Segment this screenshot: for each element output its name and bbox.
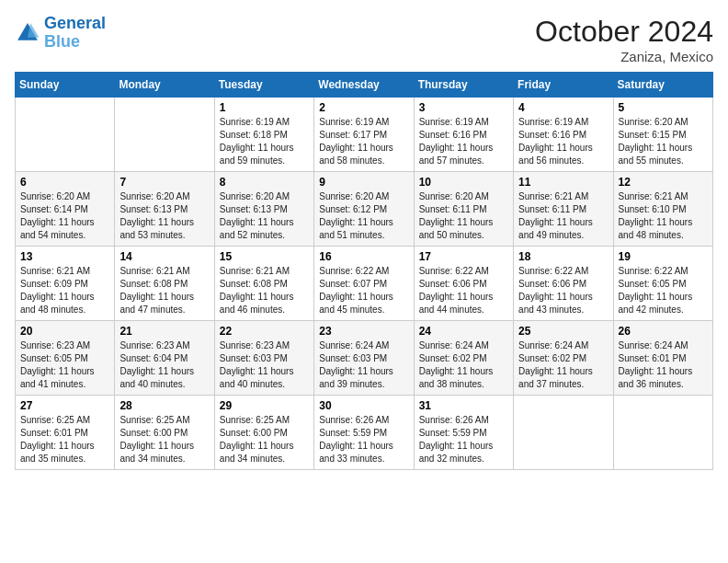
calendar-cell: 16Sunrise: 6:22 AMSunset: 6:07 PMDayligh… bbox=[314, 247, 414, 321]
cell-info: Sunrise: 6:20 AMSunset: 6:11 PMDaylight:… bbox=[419, 190, 508, 242]
cell-info: Sunrise: 6:21 AMSunset: 6:11 PMDaylight:… bbox=[518, 190, 608, 242]
calendar-cell: 14Sunrise: 6:21 AMSunset: 6:08 PMDayligh… bbox=[115, 247, 214, 321]
day-number: 30 bbox=[319, 399, 408, 412]
day-number: 21 bbox=[119, 325, 209, 338]
day-number: 14 bbox=[119, 250, 209, 263]
cell-info: Sunrise: 6:20 AMSunset: 6:12 PMDaylight:… bbox=[319, 190, 408, 242]
day-number: 29 bbox=[220, 399, 309, 412]
cell-info: Sunrise: 6:23 AMSunset: 6:05 PMDaylight:… bbox=[20, 339, 109, 391]
calendar-cell: 2Sunrise: 6:19 AMSunset: 6:17 PMDaylight… bbox=[314, 98, 414, 172]
day-of-week-header: Sunday bbox=[16, 73, 115, 98]
calendar-week-row: 27Sunrise: 6:25 AMSunset: 6:01 PMDayligh… bbox=[16, 396, 713, 470]
cell-info: Sunrise: 6:23 AMSunset: 6:04 PMDaylight:… bbox=[119, 339, 209, 391]
calendar-cell: 25Sunrise: 6:24 AMSunset: 6:02 PMDayligh… bbox=[514, 321, 613, 396]
cell-info: Sunrise: 6:22 AMSunset: 6:07 PMDaylight:… bbox=[319, 265, 408, 316]
cell-info: Sunrise: 6:19 AMSunset: 6:18 PMDaylight:… bbox=[220, 116, 309, 167]
calendar-cell: 28Sunrise: 6:25 AMSunset: 6:00 PMDayligh… bbox=[115, 396, 214, 470]
calendar-cell: 1Sunrise: 6:19 AMSunset: 6:18 PMDaylight… bbox=[214, 98, 313, 172]
cell-info: Sunrise: 6:26 AMSunset: 5:59 PMDaylight:… bbox=[419, 414, 508, 465]
day-number: 4 bbox=[518, 101, 608, 114]
day-number: 27 bbox=[20, 399, 109, 412]
day-number: 11 bbox=[518, 176, 608, 189]
cell-info: Sunrise: 6:25 AMSunset: 6:00 PMDaylight:… bbox=[119, 414, 209, 465]
day-of-week-header: Thursday bbox=[414, 73, 513, 98]
day-number: 26 bbox=[619, 325, 708, 338]
day-number: 13 bbox=[20, 250, 109, 263]
calendar-cell: 20Sunrise: 6:23 AMSunset: 6:05 PMDayligh… bbox=[16, 321, 115, 396]
day-number: 1 bbox=[220, 101, 309, 114]
title-block: October 2024 Zaniza, Mexico bbox=[535, 15, 713, 64]
calendar-cell: 5Sunrise: 6:20 AMSunset: 6:15 PMDaylight… bbox=[613, 98, 712, 172]
calendar-cell: 8Sunrise: 6:20 AMSunset: 6:13 PMDaylight… bbox=[214, 172, 313, 247]
month-year: October 2024 bbox=[535, 15, 713, 49]
calendar-cell: 3Sunrise: 6:19 AMSunset: 6:16 PMDaylight… bbox=[414, 98, 513, 172]
day-number: 19 bbox=[619, 250, 708, 263]
cell-info: Sunrise: 6:24 AMSunset: 6:02 PMDaylight:… bbox=[518, 339, 608, 391]
calendar-cell: 17Sunrise: 6:22 AMSunset: 6:06 PMDayligh… bbox=[414, 247, 513, 321]
day-number: 5 bbox=[619, 101, 708, 114]
calendar-cell: 22Sunrise: 6:23 AMSunset: 6:03 PMDayligh… bbox=[214, 321, 313, 396]
calendar-cell: 23Sunrise: 6:24 AMSunset: 6:03 PMDayligh… bbox=[314, 321, 414, 396]
day-number: 17 bbox=[419, 250, 508, 263]
day-number: 12 bbox=[619, 176, 708, 189]
day-number: 16 bbox=[319, 250, 408, 263]
cell-info: Sunrise: 6:21 AMSunset: 6:08 PMDaylight:… bbox=[220, 265, 309, 316]
calendar-cell: 7Sunrise: 6:20 AMSunset: 6:13 PMDaylight… bbox=[115, 172, 214, 247]
calendar-table: SundayMondayTuesdayWednesdayThursdayFrid… bbox=[15, 72, 713, 470]
day-number: 24 bbox=[419, 325, 508, 338]
calendar-cell: 24Sunrise: 6:24 AMSunset: 6:02 PMDayligh… bbox=[414, 321, 513, 396]
cell-info: Sunrise: 6:21 AMSunset: 6:08 PMDaylight:… bbox=[119, 265, 209, 316]
day-of-week-header: Saturday bbox=[613, 73, 712, 98]
calendar-cell: 19Sunrise: 6:22 AMSunset: 6:05 PMDayligh… bbox=[613, 247, 712, 321]
day-number: 2 bbox=[319, 101, 408, 114]
cell-info: Sunrise: 6:19 AMSunset: 6:16 PMDaylight:… bbox=[419, 116, 508, 167]
logo-text: GeneralBlue bbox=[44, 15, 106, 52]
calendar-week-row: 1Sunrise: 6:19 AMSunset: 6:18 PMDaylight… bbox=[16, 98, 713, 172]
day-number: 3 bbox=[419, 101, 508, 114]
calendar-cell: 9Sunrise: 6:20 AMSunset: 6:12 PMDaylight… bbox=[314, 172, 414, 247]
cell-info: Sunrise: 6:25 AMSunset: 6:01 PMDaylight:… bbox=[20, 414, 109, 465]
calendar-cell: 13Sunrise: 6:21 AMSunset: 6:09 PMDayligh… bbox=[16, 247, 115, 321]
cell-info: Sunrise: 6:23 AMSunset: 6:03 PMDaylight:… bbox=[220, 339, 309, 391]
calendar-cell bbox=[115, 98, 214, 172]
calendar-cell: 31Sunrise: 6:26 AMSunset: 5:59 PMDayligh… bbox=[414, 396, 513, 470]
calendar-cell: 6Sunrise: 6:20 AMSunset: 6:14 PMDaylight… bbox=[16, 172, 115, 247]
calendar-cell: 10Sunrise: 6:20 AMSunset: 6:11 PMDayligh… bbox=[414, 172, 513, 247]
calendar-cell: 26Sunrise: 6:24 AMSunset: 6:01 PMDayligh… bbox=[613, 321, 712, 396]
calendar-cell: 15Sunrise: 6:21 AMSunset: 6:08 PMDayligh… bbox=[214, 247, 313, 321]
day-number: 31 bbox=[419, 399, 508, 412]
svg-marker-1 bbox=[28, 23, 39, 38]
cell-info: Sunrise: 6:24 AMSunset: 6:01 PMDaylight:… bbox=[619, 339, 708, 391]
day-of-week-header: Monday bbox=[115, 73, 214, 98]
cell-info: Sunrise: 6:19 AMSunset: 6:17 PMDaylight:… bbox=[319, 116, 408, 167]
cell-info: Sunrise: 6:21 AMSunset: 6:09 PMDaylight:… bbox=[20, 265, 109, 316]
calendar-cell: 27Sunrise: 6:25 AMSunset: 6:01 PMDayligh… bbox=[16, 396, 115, 470]
cell-info: Sunrise: 6:20 AMSunset: 6:15 PMDaylight:… bbox=[619, 116, 708, 167]
cell-info: Sunrise: 6:24 AMSunset: 6:03 PMDaylight:… bbox=[319, 339, 408, 391]
day-number: 6 bbox=[20, 176, 109, 189]
cell-info: Sunrise: 6:22 AMSunset: 6:05 PMDaylight:… bbox=[619, 265, 708, 316]
calendar-cell: 12Sunrise: 6:21 AMSunset: 6:10 PMDayligh… bbox=[613, 172, 712, 247]
day-of-week-header: Tuesday bbox=[214, 73, 313, 98]
calendar-cell: 30Sunrise: 6:26 AMSunset: 5:59 PMDayligh… bbox=[314, 396, 414, 470]
day-number: 25 bbox=[518, 325, 608, 338]
day-number: 18 bbox=[518, 250, 608, 263]
calendar-cell: 4Sunrise: 6:19 AMSunset: 6:16 PMDaylight… bbox=[514, 98, 613, 172]
calendar-cell bbox=[613, 396, 712, 470]
cell-info: Sunrise: 6:25 AMSunset: 6:00 PMDaylight:… bbox=[220, 414, 309, 465]
cell-info: Sunrise: 6:20 AMSunset: 6:13 PMDaylight:… bbox=[119, 190, 209, 242]
day-number: 7 bbox=[119, 176, 209, 189]
day-number: 23 bbox=[319, 325, 408, 338]
day-number: 9 bbox=[319, 176, 408, 189]
day-number: 8 bbox=[220, 176, 309, 189]
cell-info: Sunrise: 6:19 AMSunset: 6:16 PMDaylight:… bbox=[518, 116, 608, 167]
day-of-week-header: Wednesday bbox=[314, 73, 414, 98]
cell-info: Sunrise: 6:21 AMSunset: 6:10 PMDaylight:… bbox=[619, 190, 708, 242]
calendar-cell: 29Sunrise: 6:25 AMSunset: 6:00 PMDayligh… bbox=[214, 396, 313, 470]
cell-info: Sunrise: 6:22 AMSunset: 6:06 PMDaylight:… bbox=[419, 265, 508, 316]
calendar-cell: 21Sunrise: 6:23 AMSunset: 6:04 PMDayligh… bbox=[115, 321, 214, 396]
day-number: 28 bbox=[119, 399, 209, 412]
day-number: 10 bbox=[419, 176, 508, 189]
page-header: GeneralBlue October 2024 Zaniza, Mexico bbox=[15, 15, 713, 64]
calendar-week-row: 6Sunrise: 6:20 AMSunset: 6:14 PMDaylight… bbox=[16, 172, 713, 247]
